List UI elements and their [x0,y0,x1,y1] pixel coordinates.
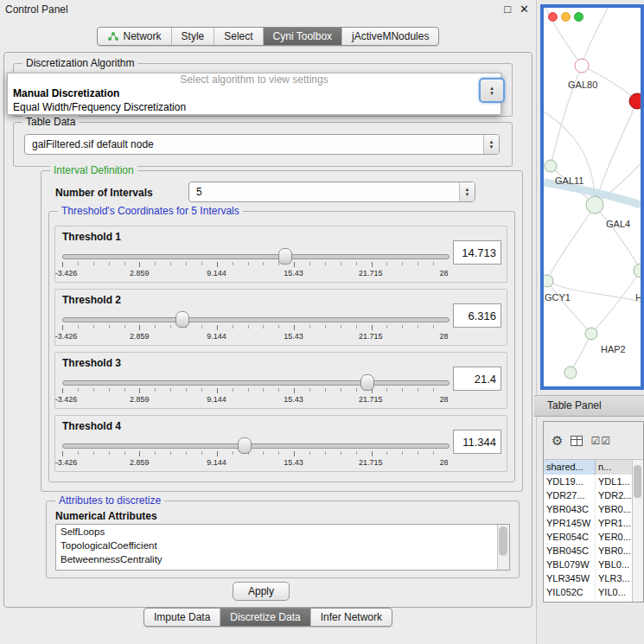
slider-major-ticks [62,388,449,393]
network-icon [107,31,119,41]
table-row[interactable]: YER054CYER0... [544,530,633,544]
combo-stepper-icon: ▲▼ [459,182,475,201]
list-item[interactable]: SelfLoops [56,525,509,539]
network-node[interactable] [634,264,641,277]
tab-select[interactable]: Select [214,28,263,45]
table-header-row: shared... n... [544,460,633,475]
threshold-4-slider[interactable]: -3.4262.8599.14415.4321.71528 [62,437,448,469]
panel-title: Control Panel [5,3,68,16]
close-window-icon[interactable] [548,12,558,22]
table-row[interactable]: YBL079WYBL0... [544,558,633,571]
slider-thumb[interactable] [360,374,374,391]
tab-label: Cyni Toolbox [273,30,332,42]
control-panel: Control Panel □ ✕ Network Style Select C… [0,0,537,644]
column-header-name[interactable]: n... [596,460,633,475]
network-node-gal11[interactable] [545,160,557,172]
tab-label: Network [124,30,162,42]
slider-track[interactable] [62,443,450,449]
tab-jactivemnodules[interactable]: jActiveMNodules [342,28,438,45]
table-row[interactable]: YLR345WYLR3... [544,571,633,585]
tab-style[interactable]: Style [172,28,215,45]
threshold-3-slider[interactable]: -3.4262.8599.14415.4321.71528 [62,373,448,406]
list-item[interactable]: TopologicalCoefficient [56,539,509,552]
tab-label: Impute Data [154,611,210,623]
attributes-group: Attributes to discretize Numerical Attri… [46,501,520,578]
threshold-4-value-field[interactable]: 11.344 [453,430,501,454]
numerical-attributes-list[interactable]: SelfLoops TopologicalCoefficient Between… [55,524,510,571]
control-panel-titlebar: Control Panel □ ✕ [0,0,536,19]
table-toolbar: ⚙ ☑☑ [544,422,643,460]
group-title: Attributes to discretize [55,494,164,507]
tab-network[interactable]: Network [98,28,172,45]
slider-scale: -3.4262.8599.14415.4321.71528 [62,458,448,469]
network-node-hap2[interactable] [585,328,597,340]
node-label: GAL4 [606,219,630,229]
slider-thumb[interactable] [238,437,252,454]
select-columns-icon[interactable]: ☑☑ [590,435,611,447]
slider-major-ticks [62,262,449,267]
algorithm-combo-stepper[interactable]: ▲▼ [479,78,505,103]
table-row[interactable]: YIL052CYIL0... [544,585,633,599]
popup-item-equal-width-frequency[interactable]: Equal Width/Frequency Discretization [8,100,501,114]
tab-discretize-data[interactable]: Discretize Data [220,609,310,626]
threshold-2-slider[interactable]: -3.4262.8599.14415.4321.71528 [62,310,448,343]
columns-icon[interactable] [571,436,583,446]
slider-track[interactable] [62,317,450,322]
table-row[interactable]: YBR043CYBR0... [544,502,633,516]
threshold-3-value-field[interactable]: 21.4 [453,367,501,391]
slider-scale: -3.4262.8599.14415.4321.71528 [62,269,448,279]
slider-track[interactable] [62,380,450,386]
popup-item-manual-discretization[interactable]: Manual Discretization [8,86,501,100]
apply-button[interactable]: Apply [233,582,290,601]
tab-label: Style [182,30,205,42]
tab-impute-data[interactable]: Impute Data [144,609,220,626]
column-header-shared-name[interactable]: shared... [544,460,596,475]
close-panel-icon[interactable]: ✕ [520,3,529,16]
scrollbar-thumb[interactable] [634,465,641,498]
network-node-selected-red[interactable] [629,93,641,109]
list-item[interactable]: BetweennessCentrality [56,552,509,566]
slider-scale: -3.4262.8599.14415.4321.71528 [62,332,448,342]
slider-thumb[interactable] [175,311,189,328]
node-label: GAL11 [555,175,583,186]
table-data-combo[interactable]: galFiltered.sif default node ▲▼ [24,134,500,155]
minimize-window-icon[interactable] [561,12,571,22]
gear-icon[interactable]: ⚙ [552,433,563,449]
node-table: ⚙ ☑☑ shared... n... YDL19...YDL1... YDR2… [543,421,644,603]
network-canvas[interactable]: GAL80 GAL11 GAL4 GCY1 HAP2 H [544,8,641,386]
network-node-gal80[interactable] [575,59,589,73]
thresholds-group: Threshold's Coordinates for 5 Intervals … [48,211,515,482]
network-node[interactable] [564,367,577,379]
threshold-1-value-field[interactable]: 14.713 [453,240,501,265]
combo-value: galFiltered.sif default node [25,135,483,154]
threshold-2-value-field[interactable]: 6.316 [453,303,501,328]
network-node-labels: GAL80 GAL11 GAL4 GCY1 HAP2 H [545,80,641,354]
number-of-intervals-combo[interactable]: 5 ▲▼ [188,182,475,202]
group-title: Interval Definition [50,164,137,176]
slider-track[interactable] [62,254,450,259]
threshold-1-slider[interactable]: -3.4262.8599.14415.4321.71528 [62,247,448,280]
algorithm-dropdown-popup: Select algorithm to view settings Manual… [7,73,501,115]
node-label: HAP2 [601,344,626,354]
slider-thumb[interactable] [278,248,292,265]
combo-stepper-icon: ▲▼ [483,135,499,154]
table-row[interactable]: YDL19...YDL1... [544,475,633,488]
tab-infer-network[interactable]: Infer Network [311,609,392,626]
table-row[interactable]: YBR045CYBR0... [544,544,633,558]
float-window-icon[interactable]: □ [504,3,511,16]
list-scrollbar[interactable] [497,525,509,570]
table-row[interactable]: YPR145WYPR1... [544,516,633,530]
threshold-1-panel: Threshold 1 -3.4262.8599.14415.4321.7152… [54,226,507,283]
network-node-gal4[interactable] [586,196,603,214]
zoom-window-icon[interactable] [574,12,583,22]
threshold-label: Threshold 1 [62,231,121,243]
network-view-window[interactable]: GAL80 GAL11 GAL4 GCY1 HAP2 H [540,4,644,390]
node-label: GAL80 [568,80,597,90]
table-row[interactable]: YDR27...YDR2... [544,488,633,502]
network-node-gcy1[interactable] [544,275,553,287]
scrollbar-thumb[interactable] [499,526,507,556]
tab-label: jActiveMNodules [352,30,429,42]
tab-label: Discretize Data [230,611,300,623]
table-scrollbar[interactable] [632,460,643,602]
tab-cyni-toolbox[interactable]: Cyni Toolbox [264,28,342,45]
